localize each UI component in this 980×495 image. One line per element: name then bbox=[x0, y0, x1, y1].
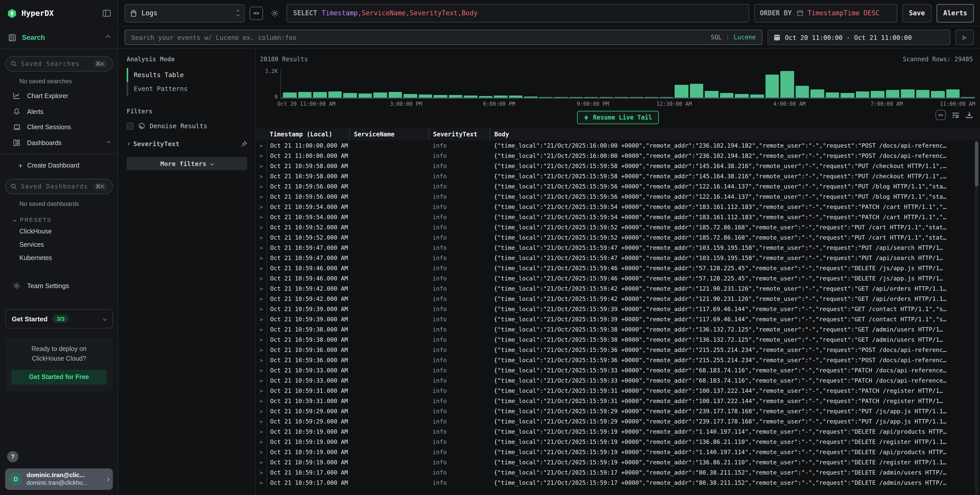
sidebar-item-team-settings[interactable]: Team Settings bbox=[5, 278, 113, 294]
histogram-bar[interactable] bbox=[810, 89, 824, 97]
saved-dashboards-input[interactable]: Saved Dashboards ⌘K bbox=[5, 179, 113, 194]
table-row[interactable]: >Oct 21 10:59:42.000 AMinfo{"time_local"… bbox=[256, 294, 980, 304]
histogram-bar[interactable] bbox=[705, 91, 719, 97]
row-expand-chevron-icon[interactable]: > bbox=[256, 142, 267, 149]
pin-icon[interactable] bbox=[241, 141, 247, 147]
table-row[interactable]: >Oct 21 10:59:42.000 AMinfo{"time_local"… bbox=[256, 283, 980, 294]
histogram-bar[interactable] bbox=[720, 93, 733, 97]
row-expand-chevron-icon[interactable]: > bbox=[256, 469, 267, 476]
row-expand-chevron-icon[interactable]: > bbox=[256, 285, 267, 292]
create-dashboard-button[interactable]: + Create Dashboard bbox=[5, 158, 113, 173]
row-expand-chevron-icon[interactable]: > bbox=[256, 428, 267, 435]
denoise-checkbox[interactable] bbox=[127, 123, 134, 129]
sidebar-item-chart-explorer[interactable]: Chart Explorer bbox=[5, 88, 113, 104]
sidebar-item-search[interactable]: Search bbox=[0, 27, 118, 49]
row-expand-chevron-icon[interactable]: > bbox=[256, 163, 267, 169]
sidebar-item-client-sessions[interactable]: Client Sessions bbox=[5, 119, 113, 135]
histogram-bar[interactable] bbox=[660, 97, 673, 97]
date-range-picker[interactable]: Oct 20 11:00:00 - Oct 21 11:00:00 bbox=[768, 30, 950, 45]
get-started-dropdown[interactable]: Get Started 3/3 bbox=[5, 309, 113, 328]
orderby-input[interactable]: ORDER BY TimestampTime DESC bbox=[754, 4, 897, 22]
histogram-bar[interactable] bbox=[961, 97, 975, 97]
save-button[interactable]: Save bbox=[902, 4, 931, 22]
table-row[interactable]: >Oct 21 10:59:36.000 AMinfo{"time_local"… bbox=[256, 345, 980, 355]
row-expand-chevron-icon[interactable]: > bbox=[256, 336, 267, 343]
table-row[interactable]: >Oct 21 10:59:58.000 AMinfo{"time_local"… bbox=[256, 161, 980, 171]
help-button[interactable]: ? bbox=[7, 451, 18, 462]
table-row[interactable]: >Oct 21 10:59:47.000 AMinfo{"time_local"… bbox=[256, 253, 980, 263]
histogram-bar[interactable] bbox=[524, 97, 538, 97]
histogram-bar[interactable] bbox=[358, 94, 372, 97]
row-expand-chevron-icon[interactable]: > bbox=[256, 326, 267, 333]
histogram-bar[interactable] bbox=[826, 92, 839, 97]
table-row[interactable]: >Oct 21 10:59:38.000 AMinfo{"time_local"… bbox=[256, 325, 980, 334]
column-header-body[interactable]: Body bbox=[490, 128, 974, 140]
histogram-bar[interactable] bbox=[856, 92, 869, 97]
code-view-button[interactable]: <> bbox=[250, 6, 263, 20]
table-row[interactable]: >Oct 21 10:59:33.000 AMinfo{"time_local"… bbox=[256, 365, 980, 376]
presets-toggle[interactable]: PRESETS bbox=[5, 210, 113, 225]
table-row[interactable]: >Oct 21 10:59:36.000 AMinfo{"time_local"… bbox=[256, 355, 980, 365]
row-expand-chevron-icon[interactable]: > bbox=[256, 173, 267, 180]
resume-live-tail-button[interactable]: Resume Live Tail bbox=[577, 111, 659, 124]
row-expand-chevron-icon[interactable]: > bbox=[256, 357, 267, 363]
histogram-bar[interactable] bbox=[780, 71, 794, 98]
row-expand-chevron-icon[interactable]: > bbox=[256, 408, 267, 415]
histogram-bar[interactable] bbox=[600, 97, 613, 97]
preset-item-kubernetes[interactable]: Kubernetes bbox=[5, 251, 113, 264]
get-started-free-button[interactable]: Get Started for Free bbox=[11, 370, 107, 385]
column-header-timestamp[interactable]: Timestamp (Local) bbox=[267, 128, 349, 140]
histogram-bar[interactable] bbox=[735, 94, 749, 97]
row-expand-chevron-icon[interactable]: > bbox=[256, 296, 267, 302]
table-row[interactable]: >Oct 21 11:00:00.000 AMinfo{"time_local"… bbox=[256, 151, 980, 161]
histogram-bar[interactable] bbox=[871, 91, 884, 97]
histogram-bar[interactable] bbox=[283, 93, 296, 97]
table-row[interactable]: >Oct 21 10:59:47.000 AMinfo{"time_local"… bbox=[256, 243, 980, 253]
histogram-bar[interactable] bbox=[509, 95, 522, 97]
histogram-bar[interactable] bbox=[403, 94, 417, 97]
column-header-severitytext[interactable]: SeverityText bbox=[428, 128, 490, 140]
row-expand-chevron-icon[interactable]: > bbox=[256, 398, 267, 404]
histogram-bar[interactable] bbox=[313, 92, 326, 97]
histogram-bar[interactable] bbox=[584, 97, 598, 97]
raw-view-button[interactable]: <> bbox=[935, 110, 946, 120]
row-expand-chevron-icon[interactable]: > bbox=[256, 234, 267, 241]
histogram-bar[interactable] bbox=[449, 95, 462, 97]
collapse-sidebar-icon[interactable] bbox=[103, 10, 111, 17]
alerts-button[interactable]: Alerts bbox=[937, 4, 974, 22]
row-expand-chevron-icon[interactable]: > bbox=[256, 265, 267, 272]
row-expand-chevron-icon[interactable]: > bbox=[256, 224, 267, 231]
more-filters-button[interactable]: More filters bbox=[127, 157, 247, 170]
saved-searches-input[interactable]: Saved Searches ⌘K bbox=[5, 56, 113, 72]
histogram-bar[interactable] bbox=[645, 97, 658, 97]
table-row[interactable]: >Oct 21 10:59:46.000 AMinfo{"time_local"… bbox=[256, 263, 980, 273]
table-row[interactable]: >Oct 21 10:59:38.000 AMinfo{"time_local"… bbox=[256, 334, 980, 345]
row-expand-chevron-icon[interactable]: > bbox=[256, 183, 267, 190]
row-expand-chevron-icon[interactable]: > bbox=[256, 449, 267, 455]
row-expand-chevron-icon[interactable]: > bbox=[256, 459, 267, 466]
histogram-bar[interactable] bbox=[931, 91, 945, 97]
denoise-results-toggle[interactable]: Denoise Results bbox=[127, 122, 247, 130]
preset-item-services[interactable]: Services bbox=[5, 238, 113, 251]
histogram-bar[interactable] bbox=[750, 94, 764, 97]
mode-results-table[interactable]: Results Table bbox=[127, 68, 247, 82]
table-row[interactable]: >Oct 21 10:59:39.000 AMinfo{"time_local"… bbox=[256, 304, 980, 314]
histogram-bar[interactable] bbox=[494, 95, 508, 97]
mode-event-patterns[interactable]: Event Patterns bbox=[127, 82, 247, 95]
table-row[interactable]: >Oct 21 10:59:19.000 AMinfo{"time_local"… bbox=[256, 447, 980, 457]
histogram-bar[interactable] bbox=[886, 90, 899, 97]
lucene-mode-toggle[interactable]: Lucene bbox=[733, 34, 756, 41]
histogram-bar[interactable] bbox=[373, 92, 387, 97]
table-scrollbar[interactable] bbox=[975, 140, 978, 495]
histogram-bar[interactable] bbox=[539, 97, 553, 97]
row-expand-chevron-icon[interactable]: > bbox=[256, 367, 267, 374]
table-row[interactable]: >Oct 21 10:59:52.000 AMinfo{"time_local"… bbox=[256, 222, 980, 232]
row-expand-chevron-icon[interactable]: > bbox=[256, 377, 267, 384]
histogram-bar[interactable] bbox=[479, 96, 492, 97]
run-query-button[interactable]: ▷ bbox=[956, 30, 974, 45]
table-row[interactable]: >Oct 21 10:59:29.000 AMinfo{"time_local"… bbox=[256, 416, 980, 427]
table-row[interactable]: >Oct 21 10:59:56.000 AMinfo{"time_local"… bbox=[256, 191, 980, 202]
source-select[interactable]: Logs bbox=[125, 4, 245, 22]
row-expand-chevron-icon[interactable]: > bbox=[256, 153, 267, 159]
row-expand-chevron-icon[interactable]: > bbox=[256, 244, 267, 251]
